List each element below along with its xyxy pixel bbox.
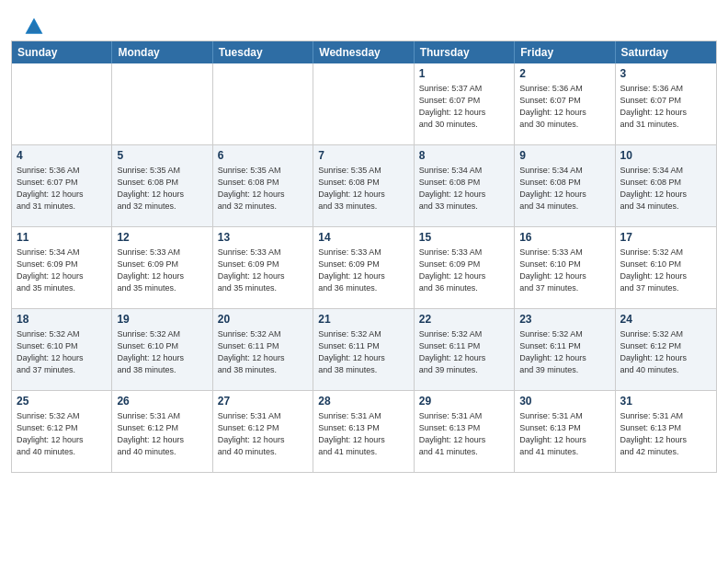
day-info: Sunrise: 5:34 AMSunset: 6:09 PMDaylight:… [17,247,107,294]
day-number: 7 [318,149,408,162]
day-info: Sunrise: 5:31 AMSunset: 6:12 PMDaylight:… [218,410,308,458]
day-number: 15 [419,231,509,244]
empty-cell [213,63,313,144]
day-cell-23: 23Sunrise: 5:32 AMSunset: 6:11 PMDayligh… [515,309,615,390]
day-cell-11: 11Sunrise: 5:34 AMSunset: 6:09 PMDayligh… [12,227,112,308]
day-number: 27 [218,395,308,408]
day-number: 5 [117,149,207,162]
day-number: 31 [620,395,711,408]
calendar: SundayMondayTuesdayWednesdayThursdayFrid… [11,40,717,473]
day-cell-1: 1Sunrise: 5:37 AMSunset: 6:07 PMDaylight… [415,63,515,144]
day-number: 18 [17,313,107,326]
day-info: Sunrise: 5:36 AMSunset: 6:07 PMDaylight:… [519,83,609,131]
day-number: 26 [117,395,207,408]
header-day-thursday: Thursday [415,41,515,63]
day-number: 12 [117,231,207,244]
calendar-week-5: 25Sunrise: 5:32 AMSunset: 6:12 PMDayligh… [12,390,716,472]
day-cell-6: 6Sunrise: 5:35 AMSunset: 6:08 PMDaylight… [213,145,313,226]
day-number: 29 [419,395,509,408]
day-number: 22 [419,313,509,326]
empty-cell [112,63,212,144]
day-cell-14: 14Sunrise: 5:33 AMSunset: 6:09 PMDayligh… [313,227,414,308]
day-number: 6 [218,149,308,162]
header-day-monday: Monday [112,41,212,63]
day-info: Sunrise: 5:32 AMSunset: 6:12 PMDaylight:… [17,410,107,458]
day-info: Sunrise: 5:32 AMSunset: 6:10 PMDaylight:… [620,247,711,294]
calendar-week-1: 1Sunrise: 5:37 AMSunset: 6:07 PMDaylight… [12,63,716,144]
day-cell-8: 8Sunrise: 5:34 AMSunset: 6:08 PMDaylight… [415,145,515,226]
logo-icon [24,17,44,37]
day-number: 3 [620,67,711,80]
day-cell-20: 20Sunrise: 5:32 AMSunset: 6:11 PMDayligh… [213,309,313,390]
day-info: Sunrise: 5:32 AMSunset: 6:11 PMDaylight:… [318,328,408,376]
day-info: Sunrise: 5:32 AMSunset: 6:10 PMDaylight:… [17,328,107,376]
day-info: Sunrise: 5:33 AMSunset: 6:10 PMDaylight:… [519,247,609,294]
header-day-friday: Friday [515,41,615,63]
day-number: 28 [318,395,408,408]
day-info: Sunrise: 5:33 AMSunset: 6:09 PMDaylight:… [419,247,509,294]
day-number: 19 [117,313,207,326]
day-number: 17 [620,231,711,244]
day-cell-9: 9Sunrise: 5:34 AMSunset: 6:08 PMDaylight… [515,145,615,226]
header-day-wednesday: Wednesday [313,41,414,63]
day-cell-25: 25Sunrise: 5:32 AMSunset: 6:12 PMDayligh… [12,391,112,472]
day-cell-21: 21Sunrise: 5:32 AMSunset: 6:11 PMDayligh… [313,309,414,390]
calendar-week-4: 18Sunrise: 5:32 AMSunset: 6:10 PMDayligh… [12,308,716,390]
day-number: 20 [218,313,308,326]
day-info: Sunrise: 5:32 AMSunset: 6:11 PMDaylight:… [218,328,308,376]
day-number: 13 [218,231,308,244]
day-info: Sunrise: 5:34 AMSunset: 6:08 PMDaylight:… [519,165,609,213]
day-info: Sunrise: 5:31 AMSunset: 6:13 PMDaylight:… [620,410,711,458]
empty-cell [12,63,112,144]
day-cell-5: 5Sunrise: 5:35 AMSunset: 6:08 PMDaylight… [112,145,212,226]
day-number: 23 [519,313,609,326]
page-container: SundayMondayTuesdayWednesdayThursdayFrid… [0,0,728,473]
day-cell-24: 24Sunrise: 5:32 AMSunset: 6:12 PMDayligh… [616,309,716,390]
day-cell-12: 12Sunrise: 5:33 AMSunset: 6:09 PMDayligh… [112,227,212,308]
day-info: Sunrise: 5:36 AMSunset: 6:07 PMDaylight:… [620,83,711,131]
day-number: 21 [318,313,408,326]
calendar-header: SundayMondayTuesdayWednesdayThursdayFrid… [12,41,716,63]
header-day-sunday: Sunday [12,41,112,63]
day-number: 11 [17,231,107,244]
calendar-week-2: 4Sunrise: 5:36 AMSunset: 6:07 PMDaylight… [12,144,716,226]
day-cell-27: 27Sunrise: 5:31 AMSunset: 6:12 PMDayligh… [213,391,313,472]
header-day-saturday: Saturday [616,41,716,63]
day-number: 25 [17,395,107,408]
day-cell-19: 19Sunrise: 5:32 AMSunset: 6:10 PMDayligh… [112,309,212,390]
day-info: Sunrise: 5:37 AMSunset: 6:07 PMDaylight:… [419,83,509,131]
day-info: Sunrise: 5:32 AMSunset: 6:11 PMDaylight:… [519,328,609,376]
day-info: Sunrise: 5:35 AMSunset: 6:08 PMDaylight:… [318,165,408,213]
empty-cell [313,63,414,144]
day-info: Sunrise: 5:35 AMSunset: 6:08 PMDaylight:… [117,165,207,213]
day-info: Sunrise: 5:32 AMSunset: 6:11 PMDaylight:… [419,328,509,376]
day-cell-13: 13Sunrise: 5:33 AMSunset: 6:09 PMDayligh… [213,227,313,308]
calendar-week-3: 11Sunrise: 5:34 AMSunset: 6:09 PMDayligh… [12,226,716,308]
day-number: 30 [519,395,609,408]
day-cell-18: 18Sunrise: 5:32 AMSunset: 6:10 PMDayligh… [12,309,112,390]
day-cell-29: 29Sunrise: 5:31 AMSunset: 6:13 PMDayligh… [415,391,515,472]
day-number: 9 [519,149,609,162]
day-info: Sunrise: 5:32 AMSunset: 6:12 PMDaylight:… [620,328,711,376]
day-number: 1 [419,67,509,80]
day-info: Sunrise: 5:34 AMSunset: 6:08 PMDaylight:… [620,165,711,213]
day-cell-17: 17Sunrise: 5:32 AMSunset: 6:10 PMDayligh… [616,227,716,308]
day-cell-28: 28Sunrise: 5:31 AMSunset: 6:13 PMDayligh… [313,391,414,472]
day-info: Sunrise: 5:34 AMSunset: 6:08 PMDaylight:… [419,165,509,213]
day-number: 14 [318,231,408,244]
day-info: Sunrise: 5:31 AMSunset: 6:13 PMDaylight:… [318,410,408,458]
header-day-tuesday: Tuesday [213,41,313,63]
day-number: 4 [17,149,107,162]
day-cell-15: 15Sunrise: 5:33 AMSunset: 6:09 PMDayligh… [415,227,515,308]
day-info: Sunrise: 5:33 AMSunset: 6:09 PMDaylight:… [218,247,308,294]
page-header [0,0,728,40]
day-cell-31: 31Sunrise: 5:31 AMSunset: 6:13 PMDayligh… [616,391,716,472]
day-cell-7: 7Sunrise: 5:35 AMSunset: 6:08 PMDaylight… [313,145,414,226]
day-cell-2: 2Sunrise: 5:36 AMSunset: 6:07 PMDaylight… [515,63,615,144]
day-info: Sunrise: 5:35 AMSunset: 6:08 PMDaylight:… [218,165,308,213]
day-info: Sunrise: 5:31 AMSunset: 6:12 PMDaylight:… [117,410,207,458]
day-info: Sunrise: 5:36 AMSunset: 6:07 PMDaylight:… [17,165,107,213]
logo [22,17,44,33]
day-cell-4: 4Sunrise: 5:36 AMSunset: 6:07 PMDaylight… [12,145,112,226]
day-number: 24 [620,313,711,326]
